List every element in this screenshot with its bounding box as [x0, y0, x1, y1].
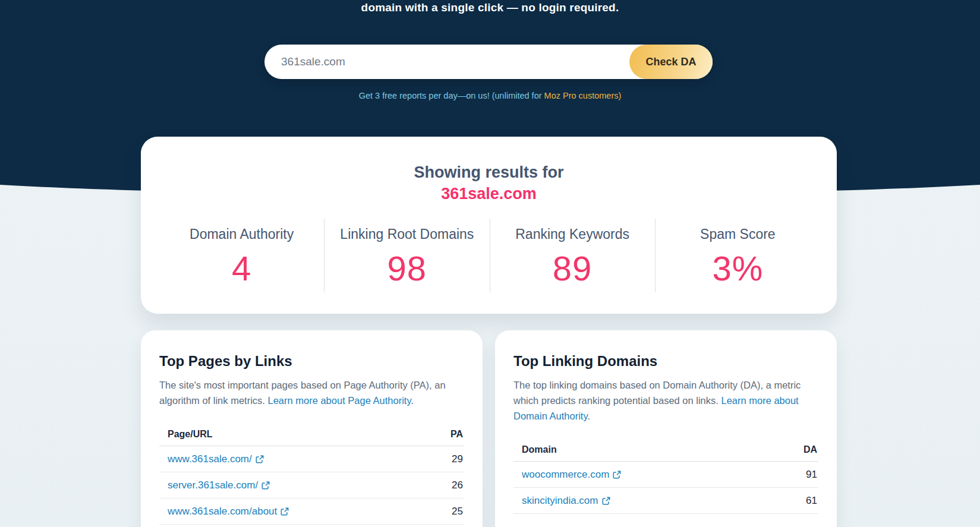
row-url-link[interactable]: skincityindia.com — [522, 495, 610, 507]
table-row: woocommerce.com 91 — [513, 462, 818, 488]
detail-cards-row: Top Pages by Links The site's most impor… — [141, 330, 837, 527]
row-score-value: 26 — [452, 479, 463, 491]
table-header: Page/URL PA — [159, 422, 464, 446]
domain-search-bar: Check DA — [264, 45, 713, 79]
external-link-icon — [261, 481, 270, 490]
top-pages-description: The site's most important pages based on… — [159, 377, 464, 408]
table-row: www.361sale.com/about 25 — [159, 498, 464, 525]
free-reports-caption: Get 3 free reports per day—on us! (unlim… — [0, 91, 980, 100]
row-score-value: 61 — [806, 495, 817, 507]
external-link-icon — [256, 455, 264, 463]
external-link-icon — [613, 471, 621, 479]
metric-value: 89 — [490, 248, 655, 288]
description-suffix: . — [587, 411, 590, 421]
metric-ranking-keywords: Ranking Keywords 89 — [490, 219, 655, 292]
column-header-url: Page/URL — [168, 429, 213, 440]
column-header-pa: PA — [450, 429, 463, 440]
row-url-link[interactable]: www.361sale.com/ — [168, 453, 264, 465]
external-link-icon — [602, 497, 610, 505]
table-row: www.361sale.com/ 29 — [159, 446, 464, 472]
hero-headline: domain with a single click — no login re… — [0, 1, 980, 14]
row-url-link[interactable]: server.361sale.com/ — [168, 479, 270, 491]
table-body: woocommerce.com 91skincityindia.com 61 — [513, 462, 818, 514]
column-header-domain: Domain — [522, 444, 557, 455]
table-header: Domain DA — [513, 438, 818, 462]
metric-spam-score: Spam Score 3% — [655, 219, 820, 292]
top-pages-title: Top Pages by Links — [159, 353, 464, 370]
results-title: Showing results for — [141, 163, 837, 182]
table-row: skincityindia.com 61 — [513, 488, 818, 514]
domain-search-input[interactable] — [264, 45, 621, 79]
top-domains-description: The top linking domains based on Domain … — [513, 377, 818, 424]
caption-suffix: ) — [618, 91, 621, 100]
top-pages-table: Page/URL PA www.361sale.com/ 29server.36… — [159, 422, 464, 525]
check-da-button[interactable]: Check DA — [629, 45, 713, 79]
row-url-link[interactable]: www.361sale.com/about — [168, 506, 289, 517]
top-pages-card: Top Pages by Links The site's most impor… — [141, 330, 483, 527]
metric-label: Spam Score — [656, 226, 820, 242]
metric-value: 98 — [324, 248, 489, 288]
row-score-value: 25 — [452, 506, 463, 517]
description-suffix: . — [411, 395, 414, 406]
metric-label: Linking Root Domains — [324, 226, 489, 242]
results-card: Showing results for 361sale.com Domain A… — [141, 137, 837, 314]
external-link-icon — [281, 507, 289, 516]
top-linking-domains-card: Top Linking Domains The top linking doma… — [495, 330, 837, 527]
table-body: www.361sale.com/ 29server.361sale.com/ 2… — [159, 446, 464, 525]
caption-text: Get 3 free reports per day—on us! (unlim… — [359, 91, 544, 100]
metric-domain-authority: Domain Authority 4 — [159, 219, 324, 292]
results-domain: 361sale.com — [141, 185, 837, 203]
table-row: server.361sale.com/ 26 — [159, 472, 464, 498]
top-domains-title: Top Linking Domains — [513, 353, 818, 370]
row-score-value: 29 — [452, 453, 463, 465]
metrics-row: Domain Authority 4 Linking Root Domains … — [159, 219, 820, 292]
learn-more-page-authority-link[interactable]: Learn more about Page Authority — [267, 395, 411, 406]
metric-label: Domain Authority — [159, 226, 324, 242]
metric-value: 3% — [656, 248, 820, 288]
row-score-value: 91 — [806, 469, 817, 481]
top-domains-table: Domain DA woocommerce.com 91skincityindi… — [513, 438, 818, 514]
column-header-da: DA — [803, 444, 817, 455]
row-url-link[interactable]: woocommerce.com — [522, 469, 621, 481]
moz-pro-link[interactable]: Moz Pro customers — [544, 91, 619, 100]
metric-linking-root-domains: Linking Root Domains 98 — [324, 219, 489, 292]
metric-label: Ranking Keywords — [490, 226, 655, 242]
metric-value: 4 — [159, 248, 324, 288]
